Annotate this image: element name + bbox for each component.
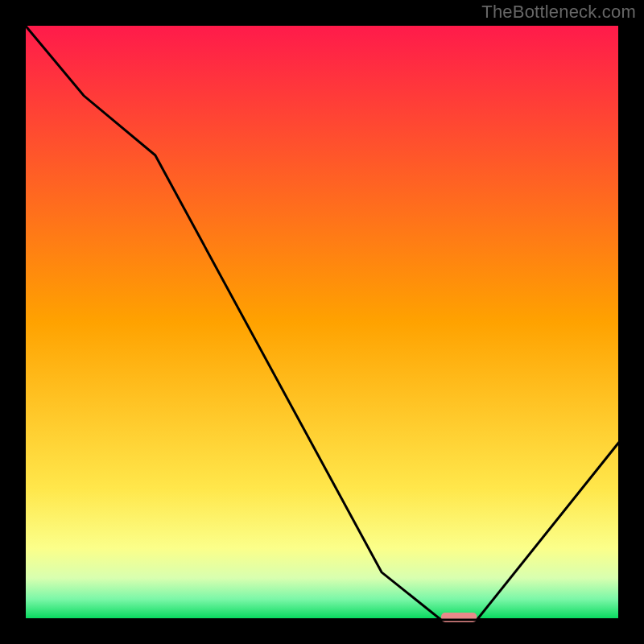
- plot-background: [24, 24, 620, 620]
- bottleneck-chart: [0, 0, 644, 644]
- watermark-text: TheBottleneck.com: [481, 2, 636, 23]
- chart-container: TheBottleneck.com: [0, 0, 644, 644]
